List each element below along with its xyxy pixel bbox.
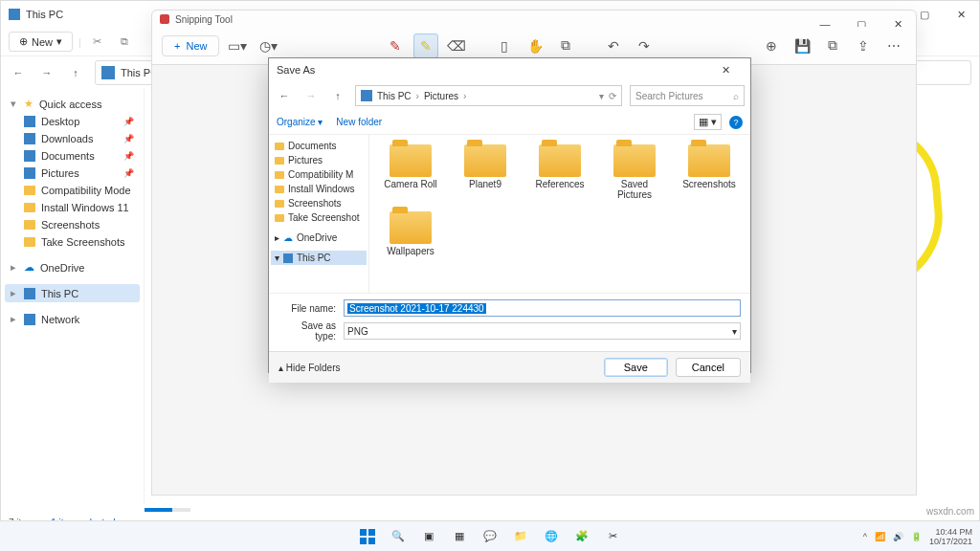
snip-icon — [160, 14, 169, 24]
help-icon[interactable]: ? — [729, 116, 743, 129]
sa-forward-icon[interactable]: → — [301, 86, 321, 105]
filetype-label: Save as type: — [278, 320, 336, 342]
sa-side-item[interactable]: Pictures — [271, 153, 367, 167]
sa-up-icon[interactable]: ↑ — [328, 86, 347, 105]
sa-sidebar: Documents Pictures Compatibility M Insta… — [269, 135, 369, 293]
save-button[interactable]: Save — [604, 358, 668, 377]
sa-folder[interactable]: Wallpapers — [375, 208, 446, 260]
save-icon[interactable]: 💾 — [790, 33, 814, 58]
zoom-icon[interactable]: ⊕ — [759, 33, 784, 58]
sidebar-item[interactable]: Desktop📌 — [5, 113, 140, 130]
cancel-button[interactable]: Cancel — [676, 358, 741, 377]
sidebar-this-pc[interactable]: ▸This PC — [5, 284, 140, 302]
system-tray[interactable]: ^ 📶 🔊 🔋 10:44 PM 10/17/2021 — [863, 527, 972, 546]
search-icon: ⌕ — [733, 91, 739, 101]
save-as-dialog: Save As ✕ ← → ↑ This PC› Pictures› ▾ ⟳ S… — [268, 57, 751, 373]
sa-side-thispc[interactable]: ▾This PC — [271, 251, 367, 265]
snip-mode-icon[interactable]: ▭▾ — [225, 33, 250, 58]
up-icon[interactable]: ↑ — [66, 63, 85, 82]
sa-titlebar[interactable]: Save As ✕ — [269, 58, 750, 81]
wifi-icon[interactable]: 📶 — [875, 532, 885, 541]
sidebar-item[interactable]: Pictures📌 — [5, 165, 140, 182]
svg-rect-0 — [360, 529, 367, 536]
sidebar-item[interactable]: Downloads📌 — [5, 130, 140, 147]
cut-icon[interactable]: ✂ — [87, 32, 108, 53]
pc-icon — [9, 9, 20, 20]
snip-taskbar-icon[interactable]: ✂ — [600, 524, 625, 549]
undo-icon[interactable]: ↶ — [601, 33, 626, 58]
copy-icon[interactable]: ⧉ — [820, 33, 845, 58]
forward-icon[interactable]: → — [37, 63, 56, 82]
sa-close-button[interactable]: ✕ — [708, 64, 743, 77]
sa-side-item[interactable]: Documents — [271, 139, 367, 153]
sa-side-item[interactable]: Take Screenshot — [271, 210, 367, 225]
highlighter-icon[interactable]: ✎ — [413, 33, 438, 58]
refresh-icon[interactable]: ⟳ — [609, 91, 616, 101]
chrome-taskbar-icon[interactable]: 🌐 — [539, 524, 564, 549]
view-icon[interactable]: ▦ ▾ — [694, 114, 722, 130]
filetype-select[interactable]: PNG▾ — [344, 322, 741, 340]
sa-folder[interactable]: Screenshots — [674, 141, 745, 204]
sidebar-item[interactable]: Screenshots — [5, 216, 140, 233]
app-taskbar-icon[interactable]: 🧩 — [569, 524, 594, 549]
sidebar-quick-access[interactable]: ▾★Quick access — [5, 95, 140, 113]
sa-side-onedrive[interactable]: ▸☁OneDrive — [271, 231, 367, 245]
filename-label: File name: — [278, 303, 336, 314]
sa-folder[interactable]: Saved Pictures — [599, 141, 670, 204]
pc-icon — [361, 90, 372, 101]
hide-folders-button[interactable]: ▴ Hide Folders — [278, 363, 340, 373]
sidebar-item[interactable]: Install Windows 11 — [5, 199, 140, 216]
copy-icon[interactable]: ⧉ — [114, 32, 135, 53]
sa-side-item[interactable]: Install Windows — [271, 182, 367, 196]
watermark: wsxdn.com — [926, 506, 974, 517]
sa-back-icon[interactable]: ← — [275, 86, 294, 105]
battery-icon[interactable]: 🔋 — [911, 532, 922, 541]
eraser-icon[interactable]: ⌫ — [444, 33, 469, 58]
sa-folder[interactable]: Camera Roll — [375, 141, 446, 204]
tray-chevron-icon[interactable]: ^ — [863, 532, 867, 541]
crop-icon[interactable]: ⧉ — [553, 33, 578, 58]
ruler-icon[interactable]: ▯ — [492, 33, 517, 58]
sidebar-item[interactable]: Documents📌 — [5, 147, 140, 165]
fe-title-text: This PC — [26, 9, 63, 20]
sidebar-network[interactable]: ▸Network — [5, 310, 140, 328]
volume-icon[interactable]: 🔊 — [893, 532, 903, 541]
sidebar-item[interactable]: Compatibility Mode — [5, 182, 140, 199]
start-button[interactable] — [355, 524, 380, 549]
taskbar: 🔍 ▣ ▦ 💬 📁 🌐 🧩 ✂ ^ 📶 🔊 🔋 10:44 PM 10/17/2… — [0, 520, 980, 551]
organize-button[interactable]: Organize ▾ — [277, 117, 323, 127]
filename-input[interactable]: Screenshot 2021-10-17 224430 — [344, 299, 741, 317]
pc-icon — [101, 66, 115, 79]
sa-folder[interactable]: Planet9 — [450, 141, 521, 204]
touch-icon[interactable]: ✋ — [523, 33, 547, 58]
sidebar-onedrive[interactable]: ▸☁OneDrive — [5, 258, 140, 276]
close-button[interactable]: ✕ — [943, 1, 979, 28]
share-icon[interactable]: ⇪ — [851, 33, 876, 58]
sa-search-input[interactable]: Search Pictures ⌕ — [630, 85, 745, 106]
svg-rect-2 — [360, 538, 367, 544]
st-new-button[interactable]: + New — [162, 35, 219, 56]
sa-address-bar[interactable]: This PC› Pictures› ▾ ⟳ — [355, 85, 622, 106]
redo-icon[interactable]: ↷ — [632, 33, 657, 58]
search-button[interactable]: 🔍 — [386, 524, 411, 549]
sa-side-item[interactable]: Compatibility M — [271, 167, 367, 182]
more-icon[interactable]: ⋯ — [881, 33, 906, 58]
sa-file-area[interactable]: Camera Roll Planet9 References Saved Pic… — [369, 135, 750, 293]
fe-sidebar: ▾★Quick access Desktop📌 Downloads📌 Docum… — [1, 89, 145, 504]
sa-side-item[interactable]: Screenshots — [271, 196, 367, 210]
new-folder-button[interactable]: New folder — [336, 117, 382, 127]
explorer-taskbar-icon[interactable]: 📁 — [508, 524, 533, 549]
svg-rect-1 — [368, 529, 375, 536]
delay-icon[interactable]: ◷▾ — [256, 33, 280, 58]
sa-folder[interactable]: References — [524, 141, 595, 204]
taskview-button[interactable]: ▣ — [416, 524, 441, 549]
pen-red-icon[interactable]: ✎ — [383, 33, 408, 58]
sidebar-item[interactable]: Take Screenshots — [5, 233, 140, 251]
chat-button[interactable]: 💬 — [478, 524, 502, 549]
back-icon[interactable]: ← — [9, 63, 28, 82]
svg-rect-3 — [368, 538, 375, 544]
widgets-button[interactable]: ▦ — [447, 524, 472, 549]
new-button[interactable]: ⊕ New ▾ — [9, 32, 73, 52]
